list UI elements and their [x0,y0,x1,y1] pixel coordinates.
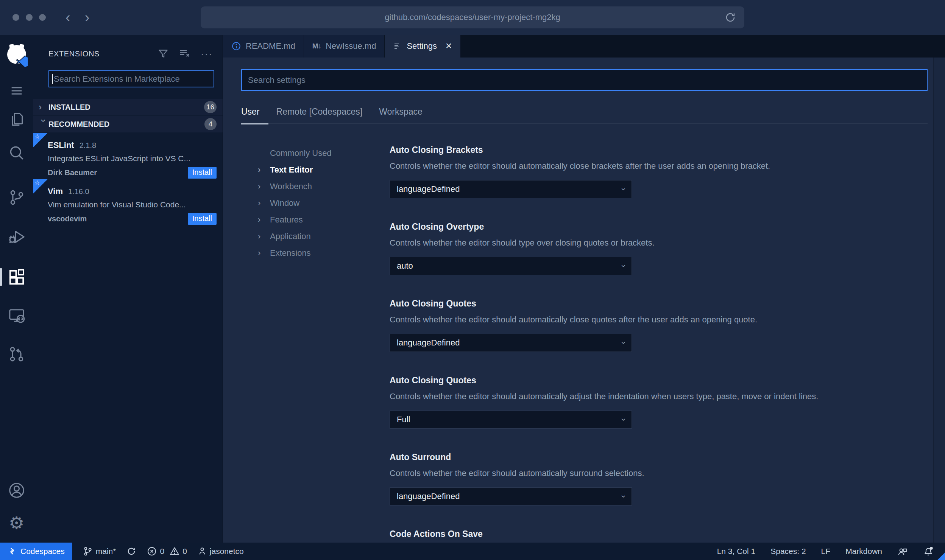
remote-explorer-icon[interactable] [0,306,33,325]
source-control-icon[interactable] [0,188,33,207]
setting-dropdown[interactable]: languageDefined › [390,180,632,198]
search-icon[interactable] [0,143,33,163]
recommended-ribbon: ☆ [33,179,48,193]
filter-icon[interactable] [158,48,169,59]
setting-auto-closing-overtype: Auto Closing Overtype Controls whether t… [390,222,928,275]
activity-bar: ⚙ [0,35,33,543]
user-label: jasonetco [210,547,244,556]
scope-tabs-underline [241,123,928,124]
extensions-sidebar: EXTENSIONS ··· [33,35,223,543]
url-bar[interactable]: github.com/codespaces/user-my-project-mg… [201,6,744,28]
chevron-right-icon: › [39,102,48,112]
forward-icon[interactable]: › [85,10,90,25]
remote-indicator[interactable]: Codespaces [0,543,72,560]
settings-gear-icon[interactable]: ⚙ [0,513,33,533]
setting-description: Controls whether the editor should autom… [390,392,928,401]
close-icon[interactable]: ✕ [445,41,452,51]
account-icon[interactable] [0,481,33,500]
extension-version: 1.16.0 [68,187,89,196]
install-button[interactable]: Install [188,167,217,179]
text-caret [52,74,53,84]
setting-description: Controls whether the editor should autom… [390,315,928,325]
toc-text-editor[interactable]: ›Text Editor [241,162,390,178]
reload-icon[interactable] [725,12,736,23]
github-codespaces-logo[interactable] [0,43,33,66]
window-control-dot[interactable] [39,14,46,21]
toc-extensions[interactable]: ›Extensions [241,245,390,261]
toc-label: Workbench [270,182,312,191]
setting-title: Auto Closing Quotes [390,299,928,309]
branch-indicator[interactable]: main* [83,546,116,556]
chevron-right-icon: › [258,232,260,241]
info-icon [231,41,241,51]
problems-indicator[interactable]: 0 0 [147,546,187,556]
back-icon[interactable]: ‹ [65,10,70,25]
chevron-down-icon: › [618,495,628,498]
extensions-search-input[interactable] [54,74,214,84]
settings-scope-tabs: User Remote [Codespaces] Workspace [241,107,928,117]
extension-description: Integrates ESLint JavaScript into VS C..… [48,154,217,163]
workbench: ⚙ EXTENSIONS ··· [0,35,945,543]
setting-auto-closing-quotes: Auto Closing Quotes Controls whether the… [390,299,928,352]
install-button[interactable]: Install [188,213,217,225]
chevron-down-icon: › [618,264,628,267]
toc-features[interactable]: ›Features [241,212,390,228]
setting-dropdown[interactable]: languageDefined › [390,487,632,506]
settings-search-input[interactable] [241,69,928,91]
recommended-ribbon: ☆ [33,133,48,147]
setting-auto-surround: Auto Surround Controls whether the edito… [390,452,928,506]
window-control-dot[interactable] [26,14,33,21]
tab-newissue[interactable]: M↓ NewIssue.md [304,35,385,58]
setting-dropdown[interactable]: auto › [390,257,632,275]
indentation[interactable]: Spaces: 2 [770,547,806,556]
window-control-dot[interactable] [12,14,19,21]
extension-description: Vim emulation for Visual Studio Code... [48,200,217,209]
extension-author: vscodevim [48,215,188,223]
editor-scrollbar-gutter[interactable] [933,58,945,543]
sync-indicator[interactable] [126,546,136,556]
run-debug-icon[interactable] [0,227,33,247]
language-mode[interactable]: Markdown [845,547,882,556]
tab-settings[interactable]: Settings ✕ [385,35,461,58]
chevron-right-icon: › [258,248,260,258]
setting-title: Auto Surround [390,452,928,462]
chevron-right-icon: › [258,165,260,175]
setting-dropdown[interactable]: languageDefined › [390,334,632,352]
toc-application[interactable]: ›Application [241,228,390,245]
toc-label: Features [270,215,303,225]
toc-label: Extensions [270,248,311,258]
chevron-right-icon: › [258,182,260,191]
extension-version: 2.1.8 [80,141,96,150]
extensions-search-box [48,70,214,87]
user-indicator[interactable]: jasonetco [198,547,244,556]
status-bar: Codespaces main* 0 [0,543,945,560]
cursor-position[interactable]: Ln 3, Col 1 [717,547,756,556]
explorer-icon[interactable] [0,110,33,129]
dropdown-value: Full [397,415,410,425]
scope-tab-workspace[interactable]: Workspace [379,107,423,117]
feedback-icon[interactable] [897,546,908,557]
settings-editor: User Remote [Codespaces] Workspace Commo… [223,58,945,543]
chevron-down-icon: › [618,418,628,421]
setting-dropdown[interactable]: Full › [390,411,632,429]
setting-title: Auto Closing Quotes [390,375,928,386]
eol-indicator[interactable]: LF [821,547,831,556]
menu-icon[interactable] [0,81,33,101]
chevron-right-icon: › [258,215,260,225]
pull-request-icon[interactable] [0,344,33,364]
scope-tab-user[interactable]: User [241,107,260,117]
extension-item-eslint[interactable]: ☆ ESLint 2.1.8 Integrates ESLint JavaScr… [33,133,223,179]
more-actions-icon[interactable]: ··· [201,52,213,56]
scope-tab-remote[interactable]: Remote [Codespaces] [276,107,363,117]
clear-extension-search-icon[interactable] [179,48,191,60]
notifications-bell-icon[interactable] [923,546,934,557]
dropdown-value: languageDefined [397,338,460,348]
section-installed[interactable]: › INSTALLED 16 [33,99,223,115]
toc-workbench[interactable]: ›Workbench [241,178,390,195]
toc-commonly-used[interactable]: Commonly Used [241,145,390,162]
extension-item-vim[interactable]: ☆ Vim 1.16.0 Vim emulation for Visual St… [33,179,223,225]
toc-window[interactable]: ›Window [241,195,390,212]
tab-readme[interactable]: README.md [223,35,304,58]
section-recommended[interactable]: › RECOMMENDED 4 [33,116,223,132]
extensions-icon[interactable] [0,267,33,287]
